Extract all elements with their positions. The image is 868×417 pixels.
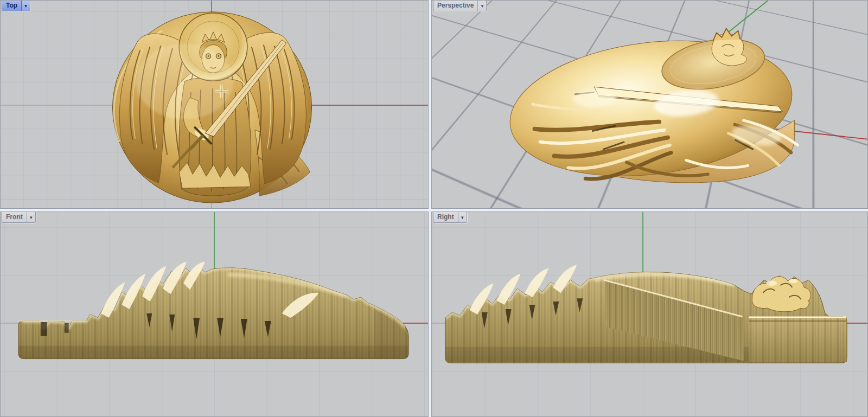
medallion-perspective-model bbox=[502, 26, 800, 191]
right-view-canvas bbox=[432, 212, 867, 416]
viewport-title-top[interactable]: Top bbox=[2, 1, 21, 11]
viewport-grid: Top ▾ bbox=[0, 0, 868, 417]
viewport-menu-button-top[interactable]: ▾ bbox=[21, 1, 30, 11]
front-view-canvas bbox=[1, 212, 428, 416]
viewport-menu-button-perspective[interactable]: ▾ bbox=[477, 1, 486, 11]
chevron-down-icon: ▾ bbox=[30, 215, 33, 220]
top-view-canvas bbox=[1, 1, 428, 208]
viewport-right[interactable]: Right ▾ bbox=[431, 211, 868, 417]
medallion-top-view-model bbox=[112, 12, 311, 203]
viewport-menu-button-front[interactable]: ▾ bbox=[27, 212, 35, 222]
viewport-top[interactable]: Top ▾ bbox=[0, 0, 429, 209]
viewport-tab-perspective: Perspective ▾ bbox=[433, 1, 487, 11]
viewport-title-right[interactable]: Right bbox=[433, 212, 458, 222]
viewport-perspective[interactable]: Perspective ▾ bbox=[431, 0, 868, 209]
perspective-view-canvas bbox=[432, 1, 867, 208]
viewport-tab-top: Top ▾ bbox=[2, 1, 30, 11]
viewport-front[interactable]: Front ▾ bbox=[0, 211, 429, 417]
viewport-title-front[interactable]: Front bbox=[2, 212, 27, 222]
viewport-menu-button-right[interactable]: ▾ bbox=[458, 212, 467, 222]
viewport-tab-right: Right ▾ bbox=[433, 212, 467, 223]
chevron-down-icon: ▾ bbox=[481, 3, 484, 9]
viewport-tab-front: Front ▾ bbox=[2, 212, 36, 223]
chevron-down-icon: ▾ bbox=[461, 215, 464, 220]
chevron-down-icon: ▾ bbox=[24, 3, 27, 9]
viewport-title-perspective[interactable]: Perspective bbox=[433, 1, 477, 11]
